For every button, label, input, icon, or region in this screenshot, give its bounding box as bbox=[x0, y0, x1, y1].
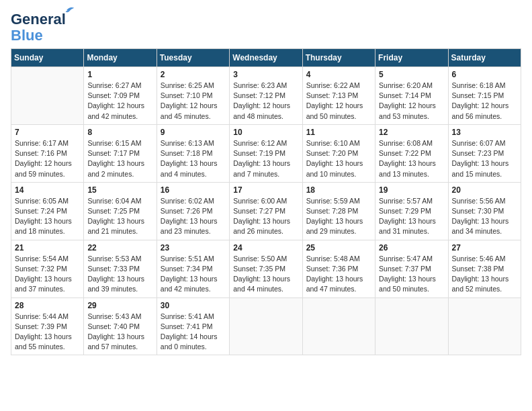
calendar-cell bbox=[230, 298, 302, 355]
day-info: Sunrise: 5:46 AMSunset: 7:38 PMDaylight:… bbox=[452, 254, 517, 295]
day-number: 30 bbox=[161, 301, 226, 310]
day-number: 6 bbox=[452, 70, 517, 79]
calendar-header: SundayMondayTuesdayWednesdayThursdayFrid… bbox=[11, 49, 521, 67]
day-number: 16 bbox=[161, 185, 226, 195]
calendar-cell: 16Sunrise: 6:02 AMSunset: 7:26 PMDayligh… bbox=[157, 182, 229, 240]
calendar-cell: 29Sunrise: 5:43 AMSunset: 7:40 PMDayligh… bbox=[84, 298, 157, 355]
day-number: 10 bbox=[233, 128, 298, 137]
day-number: 7 bbox=[15, 128, 80, 137]
calendar-cell: 28Sunrise: 5:44 AMSunset: 7:39 PMDayligh… bbox=[11, 298, 84, 355]
calendar-cell: 21Sunrise: 5:54 AMSunset: 7:32 PMDayligh… bbox=[11, 240, 84, 298]
calendar-week: 1Sunrise: 6:27 AMSunset: 7:09 PMDaylight… bbox=[11, 67, 521, 125]
calendar-week: 7Sunrise: 6:17 AMSunset: 7:16 PMDaylight… bbox=[11, 124, 521, 182]
calendar-cell: 2Sunrise: 6:25 AMSunset: 7:10 PMDaylight… bbox=[157, 67, 229, 125]
day-header: Thursday bbox=[302, 49, 375, 67]
day-info: Sunrise: 6:18 AMSunset: 7:15 PMDaylight:… bbox=[452, 81, 517, 122]
calendar-cell: 25Sunrise: 5:48 AMSunset: 7:36 PMDayligh… bbox=[302, 240, 375, 298]
day-info: Sunrise: 6:27 AMSunset: 7:09 PMDaylight:… bbox=[87, 81, 152, 122]
day-info: Sunrise: 5:57 AMSunset: 7:29 PMDaylight:… bbox=[379, 196, 444, 237]
day-number: 28 bbox=[15, 301, 80, 310]
calendar-cell bbox=[302, 298, 375, 355]
day-number: 1 bbox=[87, 70, 152, 79]
day-header: Wednesday bbox=[230, 49, 302, 67]
day-number: 13 bbox=[452, 128, 517, 137]
day-number: 24 bbox=[233, 243, 298, 253]
calendar-cell: 26Sunrise: 5:47 AMSunset: 7:37 PMDayligh… bbox=[375, 240, 448, 298]
bird-icon bbox=[64, 5, 75, 15]
day-info: Sunrise: 6:20 AMSunset: 7:14 PMDaylight:… bbox=[379, 81, 444, 122]
calendar-cell: 27Sunrise: 5:46 AMSunset: 7:38 PMDayligh… bbox=[448, 240, 521, 298]
calendar-cell: 10Sunrise: 6:12 AMSunset: 7:19 PMDayligh… bbox=[230, 124, 302, 182]
day-number: 4 bbox=[306, 70, 371, 79]
day-header: Friday bbox=[375, 49, 448, 67]
day-info: Sunrise: 6:13 AMSunset: 7:18 PMDaylight:… bbox=[161, 138, 226, 179]
day-header: Saturday bbox=[448, 49, 521, 67]
calendar-cell: 14Sunrise: 6:05 AMSunset: 7:24 PMDayligh… bbox=[11, 182, 84, 240]
day-info: Sunrise: 5:50 AMSunset: 7:35 PMDaylight:… bbox=[233, 254, 298, 295]
day-number: 23 bbox=[161, 243, 226, 253]
day-header: Tuesday bbox=[157, 49, 229, 67]
calendar-cell: 19Sunrise: 5:57 AMSunset: 7:29 PMDayligh… bbox=[375, 182, 448, 240]
calendar-cell: 5Sunrise: 6:20 AMSunset: 7:14 PMDaylight… bbox=[375, 67, 448, 125]
logo: General Blue bbox=[11, 11, 66, 43]
calendar-cell: 12Sunrise: 6:08 AMSunset: 7:22 PMDayligh… bbox=[375, 124, 448, 182]
calendar-week: 21Sunrise: 5:54 AMSunset: 7:32 PMDayligh… bbox=[11, 240, 521, 298]
day-info: Sunrise: 6:08 AMSunset: 7:22 PMDaylight:… bbox=[379, 138, 444, 179]
day-number: 8 bbox=[87, 128, 152, 137]
day-number: 25 bbox=[306, 243, 371, 253]
day-info: Sunrise: 6:00 AMSunset: 7:27 PMDaylight:… bbox=[233, 196, 298, 237]
calendar-cell: 17Sunrise: 6:00 AMSunset: 7:27 PMDayligh… bbox=[230, 182, 302, 240]
calendar-cell: 23Sunrise: 5:51 AMSunset: 7:34 PMDayligh… bbox=[157, 240, 229, 298]
day-number: 11 bbox=[306, 128, 371, 137]
day-info: Sunrise: 6:07 AMSunset: 7:23 PMDaylight:… bbox=[452, 138, 517, 179]
day-header: Sunday bbox=[11, 49, 84, 67]
day-number: 5 bbox=[379, 70, 444, 79]
calendar-cell bbox=[11, 67, 84, 125]
calendar-cell: 15Sunrise: 6:04 AMSunset: 7:25 PMDayligh… bbox=[84, 182, 157, 240]
day-info: Sunrise: 6:10 AMSunset: 7:20 PMDaylight:… bbox=[306, 138, 371, 179]
calendar-cell: 18Sunrise: 5:59 AMSunset: 7:28 PMDayligh… bbox=[302, 182, 375, 240]
calendar-cell: 24Sunrise: 5:50 AMSunset: 7:35 PMDayligh… bbox=[230, 240, 302, 298]
calendar-cell: 13Sunrise: 6:07 AMSunset: 7:23 PMDayligh… bbox=[448, 124, 521, 182]
calendar-cell: 1Sunrise: 6:27 AMSunset: 7:09 PMDaylight… bbox=[84, 67, 157, 125]
calendar-cell: 4Sunrise: 6:22 AMSunset: 7:13 PMDaylight… bbox=[302, 67, 375, 125]
day-info: Sunrise: 6:12 AMSunset: 7:19 PMDaylight:… bbox=[233, 138, 298, 179]
day-info: Sunrise: 5:41 AMSunset: 7:41 PMDaylight:… bbox=[161, 312, 226, 353]
day-info: Sunrise: 6:17 AMSunset: 7:16 PMDaylight:… bbox=[15, 138, 80, 179]
calendar-cell: 8Sunrise: 6:15 AMSunset: 7:17 PMDaylight… bbox=[84, 124, 157, 182]
day-info: Sunrise: 5:48 AMSunset: 7:36 PMDaylight:… bbox=[306, 254, 371, 295]
day-number: 29 bbox=[87, 301, 152, 310]
calendar: SundayMondayTuesdayWednesdayThursdayFrid… bbox=[11, 48, 521, 355]
day-number: 18 bbox=[306, 185, 371, 195]
calendar-cell: 30Sunrise: 5:41 AMSunset: 7:41 PMDayligh… bbox=[157, 298, 229, 355]
day-number: 9 bbox=[161, 128, 226, 137]
day-info: Sunrise: 6:23 AMSunset: 7:12 PMDaylight:… bbox=[233, 81, 298, 122]
day-info: Sunrise: 6:05 AMSunset: 7:24 PMDaylight:… bbox=[15, 196, 80, 237]
calendar-cell: 7Sunrise: 6:17 AMSunset: 7:16 PMDaylight… bbox=[11, 124, 84, 182]
day-info: Sunrise: 6:15 AMSunset: 7:17 PMDaylight:… bbox=[87, 138, 152, 179]
day-number: 22 bbox=[87, 243, 152, 253]
day-info: Sunrise: 5:47 AMSunset: 7:37 PMDaylight:… bbox=[379, 254, 444, 295]
day-info: Sunrise: 5:43 AMSunset: 7:40 PMDaylight:… bbox=[87, 312, 152, 353]
day-info: Sunrise: 6:22 AMSunset: 7:13 PMDaylight:… bbox=[306, 81, 371, 122]
day-number: 12 bbox=[379, 128, 444, 137]
calendar-cell bbox=[375, 298, 448, 355]
day-number: 19 bbox=[379, 185, 444, 195]
day-info: Sunrise: 5:51 AMSunset: 7:34 PMDaylight:… bbox=[161, 254, 226, 295]
day-info: Sunrise: 5:59 AMSunset: 7:28 PMDaylight:… bbox=[306, 196, 371, 237]
day-header: Monday bbox=[84, 49, 157, 67]
day-info: Sunrise: 5:56 AMSunset: 7:30 PMDaylight:… bbox=[452, 196, 517, 237]
day-number: 27 bbox=[452, 243, 517, 253]
calendar-week: 14Sunrise: 6:05 AMSunset: 7:24 PMDayligh… bbox=[11, 182, 521, 240]
calendar-cell: 9Sunrise: 6:13 AMSunset: 7:18 PMDaylight… bbox=[157, 124, 229, 182]
calendar-cell: 6Sunrise: 6:18 AMSunset: 7:15 PMDaylight… bbox=[448, 67, 521, 125]
day-number: 26 bbox=[379, 243, 444, 253]
calendar-cell: 3Sunrise: 6:23 AMSunset: 7:12 PMDaylight… bbox=[230, 67, 302, 125]
day-info: Sunrise: 5:44 AMSunset: 7:39 PMDaylight:… bbox=[15, 312, 80, 353]
calendar-week: 28Sunrise: 5:44 AMSunset: 7:39 PMDayligh… bbox=[11, 298, 521, 355]
day-number: 20 bbox=[452, 185, 517, 195]
calendar-cell: 22Sunrise: 5:53 AMSunset: 7:33 PMDayligh… bbox=[84, 240, 157, 298]
day-info: Sunrise: 6:25 AMSunset: 7:10 PMDaylight:… bbox=[161, 81, 226, 122]
day-info: Sunrise: 6:02 AMSunset: 7:26 PMDaylight:… bbox=[161, 196, 226, 237]
day-number: 14 bbox=[15, 185, 80, 195]
